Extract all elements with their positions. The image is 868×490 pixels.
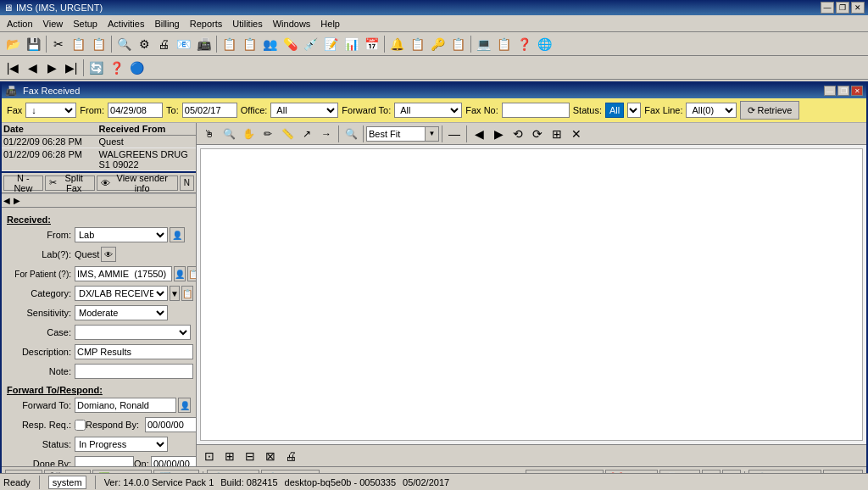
tb-icon-10[interactable]: 📋 — [408, 35, 427, 53]
restore-button[interactable]: ❐ — [836, 2, 849, 14]
tb-icon-13[interactable]: 💻 — [474, 35, 493, 53]
fv-grid-btn[interactable]: ⊞ — [548, 125, 566, 143]
zoom-combo[interactable]: ▼ — [366, 126, 439, 142]
nav-prev[interactable]: ◀ — [23, 58, 42, 77]
menu-view[interactable]: View — [38, 17, 69, 31]
category-select[interactable]: DX/LAB RECEIVED (LABS — [75, 286, 168, 301]
case-select[interactable] — [75, 325, 191, 340]
split-fax-button[interactable]: ✂ Split Fax — [45, 175, 95, 191]
nav-right[interactable]: ▶ — [14, 196, 20, 205]
tb-icon-2[interactable]: 📋 — [240, 35, 259, 53]
to-date-input[interactable] — [182, 103, 237, 118]
fax-close[interactable]: ✕ — [851, 86, 863, 96]
fv-nav-btn[interactable]: → — [317, 125, 336, 143]
patient-input[interactable] — [75, 266, 172, 281]
print-btn[interactable]: 🖨 — [154, 35, 173, 53]
tb-icon-14[interactable]: 📋 — [494, 35, 514, 53]
fv-page-prev[interactable]: ◀ — [470, 125, 488, 143]
open-btn[interactable]: 📂 — [3, 35, 23, 53]
nav-first[interactable]: |◀ — [3, 58, 22, 77]
menu-utilities[interactable]: Utilities — [227, 17, 267, 31]
patient-browse-btn[interactable]: 👤 — [174, 266, 186, 281]
on-date-input[interactable] — [151, 456, 196, 466]
resp-req-checkbox[interactable] — [75, 420, 86, 431]
fax-direction-select[interactable]: ↓ — [25, 103, 76, 118]
fv-hand-btn[interactable]: ✋ — [239, 125, 258, 143]
tb-icon-7[interactable]: 📊 — [342, 35, 361, 53]
tb-icon-3[interactable]: 👥 — [260, 35, 280, 53]
menu-reports[interactable]: Reports — [185, 17, 228, 31]
tb-icon-6[interactable]: 📝 — [321, 35, 341, 53]
refresh-btn[interactable]: 🔄 — [86, 58, 106, 77]
fax-no-input[interactable] — [502, 103, 570, 118]
forward-to-input[interactable] — [75, 398, 176, 413]
from-browse-btn[interactable]: 👤 — [170, 227, 185, 242]
office-select[interactable]: All — [270, 103, 338, 118]
cut-btn[interactable]: ✂ — [49, 35, 68, 53]
fv-zoom-out[interactable]: — — [445, 125, 464, 143]
save-btn[interactable]: 💾 — [24, 35, 43, 53]
fax-layout-1[interactable]: ⊡ — [200, 447, 219, 465]
list-item[interactable]: 01/22/09 06:28 PM WALGREENS DRUG S1 0902… — [2, 148, 196, 171]
fax-layout-4[interactable]: ⊠ — [261, 447, 280, 465]
search-btn[interactable]: 🔍 — [114, 35, 134, 53]
forward-to-select[interactable]: All — [394, 103, 462, 118]
tb-icon-1[interactable]: 📋 — [220, 35, 239, 53]
menu-setup[interactable]: Setup — [68, 17, 103, 31]
fax-line-select[interactable]: All(0) — [686, 103, 737, 118]
nav-last[interactable]: ▶| — [62, 58, 81, 77]
menu-help[interactable]: Help — [315, 17, 345, 31]
menu-windows[interactable]: Windows — [268, 17, 316, 31]
close-button[interactable]: ✕ — [851, 2, 865, 14]
status-select-field[interactable]: In Progress — [75, 437, 168, 452]
tb-icon-8[interactable]: 📅 — [362, 35, 381, 53]
fv-cursor-btn[interactable]: 🖱 — [200, 125, 219, 143]
copy-btn[interactable]: 📋 — [69, 35, 88, 53]
tb-icon-4[interactable]: 💊 — [281, 35, 300, 53]
nav-left[interactable]: ◀ — [3, 196, 10, 205]
fax-layout-3[interactable]: ⊟ — [241, 447, 259, 465]
fv-rotate-cw[interactable]: ⟳ — [528, 125, 547, 143]
status-value[interactable]: All — [605, 103, 624, 118]
status-select[interactable]: ▼ — [627, 103, 641, 118]
note-input-received[interactable] — [75, 364, 193, 379]
fax-print-btn[interactable]: 🖨 — [281, 447, 300, 465]
fax-restore[interactable]: ❐ — [837, 86, 849, 96]
zoom-dropdown[interactable]: ▼ — [426, 126, 439, 142]
description-input[interactable] — [75, 344, 193, 359]
respond-by-input[interactable] — [145, 417, 196, 432]
new-button[interactable]: N - New — [3, 175, 43, 191]
forward-to-browse[interactable]: 👤 — [178, 398, 191, 413]
fv-zoom-btn[interactable]: 🔍 — [220, 125, 238, 143]
lab-browse-btn[interactable]: 👁 — [101, 247, 116, 262]
list-item[interactable]: 01/22/09 06:28 PM Quest — [2, 136, 196, 148]
paste-btn[interactable]: 📋 — [89, 35, 108, 53]
menu-activities[interactable]: Activities — [103, 17, 149, 31]
fax-list-scroll[interactable]: 01/22/09 06:28 PM Quest 01/22/09 06:28 P… — [2, 136, 196, 173]
n-button[interactable]: N — [180, 175, 194, 191]
patient-info-btn[interactable]: 📋 — [187, 266, 196, 281]
fv-zoom-in[interactable]: 🔍 — [342, 125, 360, 143]
fax-btn-tb[interactable]: 📠 — [194, 35, 214, 53]
help-btn-2[interactable]: ❓ — [107, 58, 126, 77]
tb-icon-15[interactable]: 🌐 — [535, 35, 554, 53]
tb-icon-11[interactable]: 🔑 — [428, 35, 448, 53]
category-info-btn[interactable]: 📋 — [181, 286, 193, 301]
done-by-input[interactable] — [75, 456, 134, 466]
retrieve-button[interactable]: ⟳ Retrieve — [740, 101, 799, 120]
tb-icon-5[interactable]: 💉 — [301, 35, 320, 53]
fv-pencil-btn[interactable]: ✏ — [259, 125, 277, 143]
minimize-button[interactable]: — — [821, 2, 834, 14]
from-date-input[interactable] — [108, 103, 163, 118]
category-drop-btn[interactable]: ▼ — [170, 286, 180, 301]
fax-layout-2[interactable]: ⊞ — [220, 447, 239, 465]
fv-arrow-btn[interactable]: ↗ — [298, 125, 316, 143]
from-select[interactable]: Lab — [75, 227, 168, 242]
sensitivity-select[interactable]: Moderate — [75, 305, 168, 320]
fv-page-next[interactable]: ▶ — [489, 125, 508, 143]
menu-action[interactable]: Action — [2, 17, 38, 31]
email-btn[interactable]: 📧 — [174, 35, 193, 53]
fv-rotate-ccw[interactable]: ⟲ — [509, 125, 527, 143]
view-sender-button[interactable]: 👁 View sender info — [97, 175, 178, 191]
fv-line-btn[interactable]: 📏 — [278, 125, 297, 143]
